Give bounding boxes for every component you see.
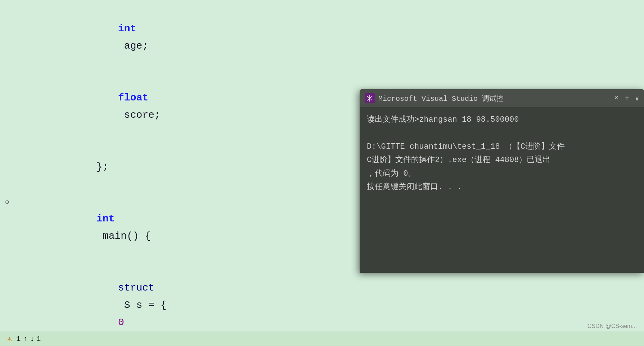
code-text: S s = { (118, 300, 172, 311)
terminal-chevron-button[interactable]: ∨ (635, 94, 639, 102)
terminal-output-line-5: ，代码为 0。 (367, 167, 637, 180)
keyword-int: int (118, 23, 136, 34)
terminal-title-right: × + ∨ (614, 94, 639, 103)
keyword-float: float (118, 92, 148, 103)
fold-icon[interactable]: ⊖ (5, 194, 9, 211)
line-content: int age; (14, 3, 148, 72)
code-line: int age; (0, 3, 644, 72)
line-content: int main() { (14, 193, 151, 262)
terminal-title-left: Microsoft Visual Studio 调试控 (365, 93, 504, 103)
line-content: }; (14, 141, 109, 193)
status-bar: ⚠ 1 ↑ ↓ 1 (0, 332, 644, 346)
terminal-output-line-1: 读出文件成功>zhangsan 18 98.500000 (367, 113, 637, 126)
status-up-arrow[interactable]: ↑ (23, 335, 28, 343)
status-warning-icon: ⚠ (7, 334, 12, 344)
code-text: score; (118, 109, 161, 121)
line-gutter: ⊖ (0, 194, 14, 211)
terminal-titlebar: Microsoft Visual Studio 调试控 × + ∨ (360, 89, 644, 107)
keyword-struct: struct (118, 282, 154, 293)
main-container: int age; float score; }; (0, 0, 644, 346)
status-right-arrow: 1 (36, 335, 41, 343)
code-text: main() { (96, 230, 151, 242)
status-down-arrow[interactable]: ↓ (30, 335, 34, 343)
watermark: CSDN @CS-sem... (587, 323, 637, 329)
vs-icon (365, 93, 375, 103)
terminal-output-line-3: D:\GITTE chuantimu\test_1_18 （【C进阶】文件 (367, 140, 637, 153)
terminal-body: 读出文件成功>zhangsan 18 98.500000 D:\GITTE ch… (360, 107, 644, 273)
terminal-output-line-2 (367, 126, 637, 140)
terminal-title-text: Microsoft Visual Studio 调试控 (378, 94, 504, 103)
code-text: age; (118, 40, 148, 51)
terminal-close-button[interactable]: × (614, 94, 619, 103)
keyword-int: int (96, 213, 114, 224)
status-line-num: 1 (16, 335, 21, 343)
line-content: float score; (14, 72, 161, 141)
number-0: 0 (118, 317, 124, 328)
code-text: }; (96, 161, 109, 172)
terminal-output-line-4: C进阶】文件的操作2）.exe（进程 44808）已退出 (367, 153, 637, 167)
terminal-output-line-6: 按任意键关闭此窗口. . . (367, 180, 637, 194)
terminal-plus-button[interactable]: + (625, 94, 629, 103)
terminal-overlay: Microsoft Visual Studio 调试控 × + ∨ 读出文件成功… (360, 89, 644, 273)
